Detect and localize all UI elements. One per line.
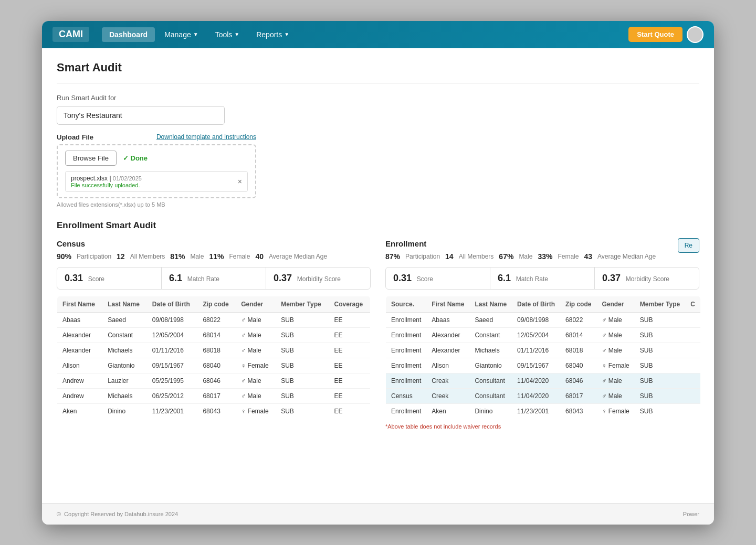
nav-tools[interactable]: Tools ▼ bbox=[208, 27, 247, 42]
enrollment-participation-pct: 87% bbox=[385, 252, 400, 261]
census-column: Census 90% Participation 12 All Members … bbox=[57, 239, 371, 430]
enroll-col-dob: Date of Birth bbox=[512, 296, 560, 312]
copyright-icon: © bbox=[57, 511, 61, 517]
enrollment-score-boxes: 0.31 Score 6.1 Match Rate 0.37 Morbidity… bbox=[385, 267, 699, 290]
census-all-members-val: 12 bbox=[117, 252, 125, 261]
allowed-text: Allowed files extensions(*.xlsx) up to 5… bbox=[57, 201, 699, 208]
enrollment-avg-age-label: Average Median Age bbox=[597, 253, 656, 260]
table-row: AlexanderMichaels01/11/201668018♂ MaleSU… bbox=[57, 343, 371, 358]
enrollment-match-rate-box: 6.1 Match Rate bbox=[490, 268, 595, 289]
enrollment-participation-label: Participation bbox=[405, 253, 440, 260]
table-row: AndrewLauzier05/25/199568046♂ MaleSUBEE bbox=[57, 373, 371, 388]
upload-area[interactable]: Browse File ✓ Done prospect.xlsx | 01/02… bbox=[57, 144, 256, 198]
table-row: AndrewMichaels06/25/201268017♂ MaleSUBEE bbox=[57, 388, 371, 403]
enrollment-column: Enrollment Re 87% Participation 14 All M… bbox=[385, 239, 699, 430]
nav-manage[interactable]: Manage ▼ bbox=[157, 27, 206, 42]
browse-file-button[interactable]: Browse File bbox=[65, 151, 117, 166]
table-row: EnrollmentAkenDinino11/23/200168043♀ Fem… bbox=[386, 403, 701, 419]
census-all-members-label: All Members bbox=[130, 253, 165, 260]
upload-row: Upload File Download template and instru… bbox=[57, 133, 256, 141]
census-score-label: Score bbox=[88, 275, 104, 283]
census-participation-pct: 90% bbox=[57, 252, 71, 261]
manage-chevron-icon: ▼ bbox=[193, 31, 198, 37]
census-table: First Name Last Name Date of Birth Zip c… bbox=[57, 296, 371, 419]
census-col-lastname: Last Name bbox=[102, 296, 147, 312]
enrollment-score-box: 0.31 Score bbox=[386, 268, 490, 289]
enroll-col-lastname: Last Name bbox=[469, 296, 512, 312]
table-row: AbaasSaeed09/08/199868022♂ MaleSUBEE bbox=[57, 312, 371, 327]
enroll-col-zip: Zip code bbox=[560, 296, 596, 312]
done-text: ✓ Done bbox=[123, 154, 148, 162]
census-stats-row: 90% Participation 12 All Members 81% Mal… bbox=[57, 252, 371, 261]
enroll-col-source: Source. bbox=[386, 296, 427, 312]
nav-reports[interactable]: Reports ▼ bbox=[249, 27, 297, 42]
census-participation-label: Participation bbox=[77, 253, 111, 260]
avatar[interactable] bbox=[687, 26, 704, 43]
census-male-label: Male bbox=[190, 253, 204, 260]
census-male-pct: 81% bbox=[170, 252, 185, 261]
two-col-layout: Census 90% Participation 12 All Members … bbox=[57, 239, 699, 430]
enroll-col-gender: Gender bbox=[596, 296, 634, 312]
upload-buttons: Browse File ✓ Done bbox=[65, 151, 248, 166]
main-content: Smart Audit Run Smart Audit for Upload F… bbox=[42, 48, 714, 503]
census-morbidity-label: Morbidity Score bbox=[297, 275, 341, 283]
table-row: EnrollmentAlexanderMichaels01/11/2016680… bbox=[386, 343, 701, 358]
enrollment-match-rate-val: 6.1 bbox=[498, 273, 511, 283]
enroll-col-membertype: Member Type bbox=[635, 296, 685, 312]
enrollment-score-label: Score bbox=[417, 275, 433, 283]
enrollment-all-members-label: All Members bbox=[459, 253, 494, 260]
table-row: CensusCreekConsultant11/04/202068017♂ Ma… bbox=[386, 388, 701, 403]
census-female-label: Female bbox=[229, 253, 250, 260]
table-row: EnrollmentAlexanderConstant12/05/2004680… bbox=[386, 327, 701, 343]
company-input[interactable] bbox=[57, 106, 225, 125]
census-match-rate-box: 6.1 Match Rate bbox=[162, 268, 266, 289]
enrollment-female-label: Female bbox=[558, 253, 579, 260]
enrollment-female-pct: 33% bbox=[538, 252, 552, 261]
census-score-box: 0.31 Score bbox=[57, 268, 162, 289]
table-row: EnrollmentAlisonGiantonio09/15/196768040… bbox=[386, 358, 701, 373]
enroll-col-firstname: First Name bbox=[426, 296, 469, 312]
census-morbidity-val: 0.37 bbox=[274, 273, 292, 283]
divider bbox=[57, 83, 699, 83]
census-score-val: 0.31 bbox=[65, 273, 83, 283]
run-audit-label: Run Smart Audit for bbox=[57, 94, 699, 102]
census-header: Census bbox=[57, 239, 371, 248]
reports-chevron-icon: ▼ bbox=[284, 31, 289, 37]
census-match-rate-val: 6.1 bbox=[169, 273, 182, 283]
re-button[interactable]: Re bbox=[678, 238, 699, 253]
enrollment-inner: Enrollment Re bbox=[385, 239, 699, 248]
census-col-firstname: First Name bbox=[57, 296, 103, 312]
census-col-gender: Gender bbox=[236, 296, 276, 312]
file-details: prospect.xlsx | 01/02/2025 File successf… bbox=[71, 175, 142, 188]
re-btn-wrapper: Re bbox=[678, 238, 699, 253]
logo: CAMI bbox=[52, 27, 89, 42]
table-row: AlexanderConstant12/05/200468014♂ MaleSU… bbox=[57, 327, 371, 343]
enrollment-avg-age: 43 bbox=[584, 252, 592, 261]
enrollment-male-label: Male bbox=[519, 253, 532, 260]
audit-section-title: Enrollment Smart Audit bbox=[57, 220, 699, 231]
table-row: AkenDinino11/23/200168043♀ FemaleSUBEE bbox=[57, 403, 371, 419]
enrollment-male-pct: 67% bbox=[499, 252, 513, 261]
enrollment-score-val: 0.31 bbox=[393, 273, 412, 283]
table-row: EnrollmentAbaasSaeed09/08/199868022♂ Mal… bbox=[386, 312, 701, 327]
enrollment-morbidity-val: 0.37 bbox=[602, 273, 621, 283]
enroll-col-coverage: C bbox=[685, 296, 700, 312]
download-template-link[interactable]: Download template and instructions bbox=[156, 133, 256, 141]
enrollment-morbidity-box: 0.37 Morbidity Score bbox=[595, 268, 699, 289]
footer-left: © Copyright Reserved by Datahub.insure 2… bbox=[57, 511, 178, 517]
enrollment-header: Enrollment bbox=[385, 239, 699, 248]
census-female-pct: 11% bbox=[209, 252, 224, 261]
topbar: CAMI Dashboard Manage ▼ Tools ▼ Reports … bbox=[42, 21, 714, 48]
census-avg-age-label: Average Median Age bbox=[269, 253, 327, 260]
topbar-right: Start Quote bbox=[628, 26, 704, 43]
enrollment-all-members-val: 14 bbox=[445, 252, 454, 261]
start-quote-button[interactable]: Start Quote bbox=[628, 27, 682, 42]
footer: © Copyright Reserved by Datahub.insure 2… bbox=[42, 503, 714, 525]
file-info-row: prospect.xlsx | 01/02/2025 File successf… bbox=[65, 171, 248, 192]
enrollment-table: Source. First Name Last Name Date of Bir… bbox=[385, 296, 701, 419]
nav-dashboard[interactable]: Dashboard bbox=[102, 27, 155, 42]
table-row: AlisonGiantonio09/15/196768040♀ FemaleSU… bbox=[57, 358, 371, 373]
close-file-button[interactable]: × bbox=[238, 177, 242, 186]
tools-chevron-icon: ▼ bbox=[234, 31, 239, 37]
enrollment-morbidity-label: Morbidity Score bbox=[626, 275, 669, 283]
